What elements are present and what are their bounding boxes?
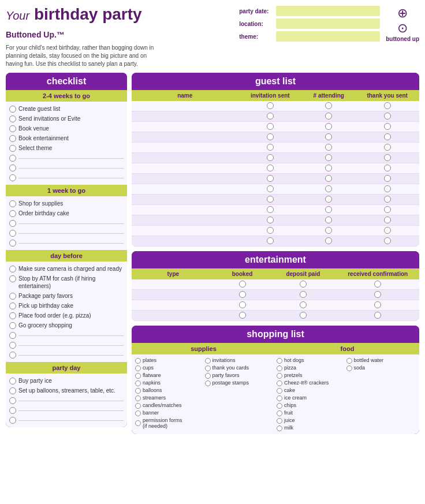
checkbox[interactable] <box>384 102 391 109</box>
checkbox[interactable] <box>135 395 141 401</box>
party-date-input[interactable] <box>276 6 380 16</box>
checkbox[interactable] <box>300 301 307 308</box>
checkbox[interactable] <box>325 175 332 182</box>
checkbox[interactable] <box>384 175 391 182</box>
checkbox[interactable] <box>277 410 282 416</box>
checkbox[interactable] <box>9 407 16 414</box>
checkbox[interactable] <box>325 144 332 151</box>
checkbox[interactable] <box>267 144 274 151</box>
checkbox[interactable] <box>9 145 16 152</box>
checkbox[interactable] <box>277 373 282 379</box>
checkbox[interactable] <box>384 206 391 213</box>
checkbox[interactable] <box>267 216 274 223</box>
checkbox[interactable] <box>384 196 391 203</box>
checkbox[interactable] <box>205 358 211 364</box>
checkbox[interactable] <box>9 387 16 394</box>
checkbox[interactable] <box>325 165 332 171</box>
checkbox[interactable] <box>135 410 141 416</box>
checkbox[interactable] <box>325 237 332 244</box>
checkbox[interactable] <box>300 312 307 319</box>
checkbox[interactable] <box>135 420 141 426</box>
checkbox[interactable] <box>384 227 391 234</box>
checkbox[interactable] <box>9 240 16 247</box>
checkbox[interactable] <box>267 123 274 130</box>
theme-input[interactable] <box>276 31 380 42</box>
checkbox[interactable] <box>384 154 391 161</box>
checkbox[interactable] <box>384 123 391 130</box>
checkbox[interactable] <box>205 365 211 371</box>
checkbox[interactable] <box>205 380 211 386</box>
checkbox[interactable] <box>239 301 246 308</box>
checkbox[interactable] <box>277 395 282 401</box>
checkbox[interactable] <box>384 113 391 120</box>
checkbox[interactable] <box>300 281 307 288</box>
checkbox[interactable] <box>9 266 16 272</box>
checkbox[interactable] <box>9 312 16 319</box>
checkbox[interactable] <box>384 165 391 171</box>
checkbox[interactable] <box>277 425 282 431</box>
checkbox[interactable] <box>9 125 16 132</box>
checkbox[interactable] <box>384 237 391 244</box>
checkbox[interactable] <box>325 185 332 192</box>
checkbox[interactable] <box>9 155 16 162</box>
checkbox[interactable] <box>267 196 274 203</box>
location-input[interactable] <box>276 18 380 29</box>
checkbox[interactable] <box>267 227 274 234</box>
checkbox[interactable] <box>374 291 381 298</box>
checkbox[interactable] <box>325 196 332 203</box>
checkbox[interactable] <box>325 227 332 234</box>
checkbox[interactable] <box>277 365 282 371</box>
checkbox[interactable] <box>277 403 282 409</box>
checkbox[interactable] <box>325 113 332 120</box>
checkbox[interactable] <box>135 358 141 364</box>
checkbox[interactable] <box>374 281 381 288</box>
checkbox[interactable] <box>9 332 16 339</box>
checkbox[interactable] <box>277 418 282 424</box>
checkbox[interactable] <box>9 342 16 349</box>
checkbox[interactable] <box>9 135 16 142</box>
checkbox[interactable] <box>9 230 16 237</box>
checkbox[interactable] <box>267 154 274 161</box>
checkbox[interactable] <box>135 365 141 371</box>
checkbox[interactable] <box>384 133 391 140</box>
checkbox[interactable] <box>300 291 307 298</box>
checkbox[interactable] <box>9 303 16 309</box>
checkbox[interactable] <box>9 106 16 113</box>
checkbox[interactable] <box>267 185 274 192</box>
checkbox[interactable] <box>205 373 211 379</box>
checkbox[interactable] <box>267 133 274 140</box>
checkbox[interactable] <box>9 220 16 227</box>
checkbox[interactable] <box>325 102 332 109</box>
checkbox[interactable] <box>267 165 274 171</box>
checkbox[interactable] <box>384 185 391 192</box>
checkbox[interactable] <box>267 206 274 213</box>
checkbox[interactable] <box>135 388 141 394</box>
checkbox[interactable] <box>325 154 332 161</box>
checkbox[interactable] <box>9 417 16 424</box>
checkbox[interactable] <box>267 237 274 244</box>
checkbox[interactable] <box>9 293 16 300</box>
checkbox[interactable] <box>135 373 141 379</box>
checkbox[interactable] <box>325 216 332 223</box>
checkbox[interactable] <box>9 210 16 217</box>
checkbox[interactable] <box>384 144 391 151</box>
checkbox[interactable] <box>9 200 16 207</box>
checkbox[interactable] <box>9 352 16 359</box>
checkbox[interactable] <box>325 133 332 140</box>
checkbox[interactable] <box>267 113 274 120</box>
checkbox[interactable] <box>135 380 141 386</box>
checkbox[interactable] <box>239 291 246 298</box>
checkbox[interactable] <box>135 403 141 409</box>
checkbox[interactable] <box>9 165 16 171</box>
checkbox[interactable] <box>384 216 391 223</box>
checkbox[interactable] <box>374 301 381 308</box>
checkbox[interactable] <box>277 388 282 394</box>
checkbox[interactable] <box>9 174 16 181</box>
checkbox[interactable] <box>325 206 332 213</box>
checkbox[interactable] <box>239 312 246 319</box>
checkbox[interactable] <box>9 378 16 384</box>
checkbox[interactable] <box>374 312 381 319</box>
checkbox[interactable] <box>325 123 332 130</box>
checkbox[interactable] <box>9 397 16 404</box>
checkbox[interactable] <box>239 281 246 288</box>
